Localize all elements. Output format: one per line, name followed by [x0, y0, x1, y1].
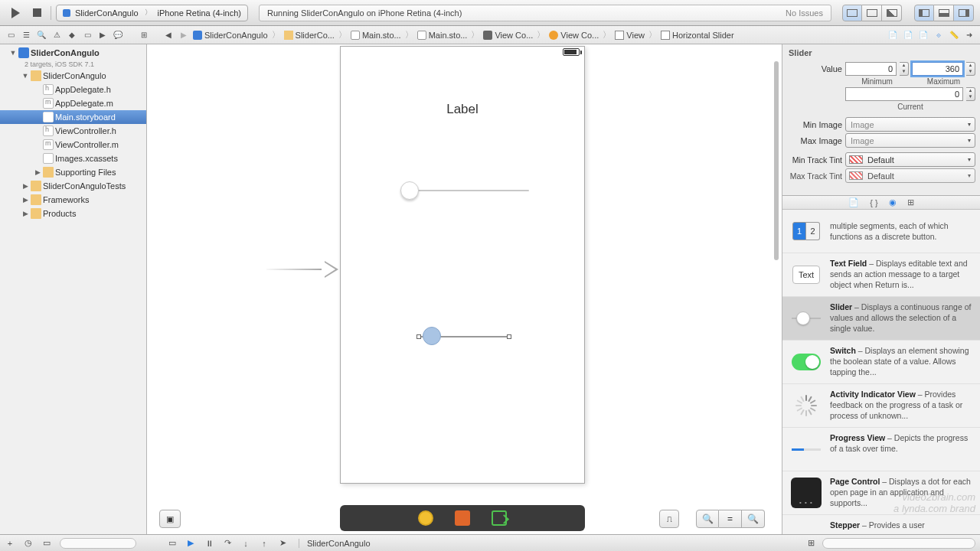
selection-handle[interactable] — [416, 334, 421, 339]
toggle-navigator-button[interactable] — [914, 5, 934, 21]
toggle-debug-button[interactable] — [934, 5, 954, 21]
library-item-progress[interactable]: Progress View – Depicts the progress of … — [782, 428, 980, 471]
document-outline-button[interactable]: ▣ — [159, 510, 181, 528]
file-row[interactable]: ViewController.m — [0, 138, 146, 152]
uislider-top[interactable] — [400, 181, 529, 200]
disclosure-triangle-icon[interactable]: ▶ — [21, 196, 29, 204]
disclosure-triangle-icon[interactable]: ▼ — [9, 49, 17, 57]
step-out-button[interactable]: ↑ — [259, 538, 270, 549]
attributes-inspector-tab[interactable]: ⟐ — [931, 29, 946, 41]
library-item-stepper[interactable]: Stepper – Provides a user — [782, 515, 980, 534]
process-name[interactable]: SliderConAngulo — [299, 539, 371, 548]
uislider-selected[interactable] — [420, 327, 508, 347]
step-over-button[interactable]: ↷ — [222, 538, 233, 549]
toggle-views-button[interactable]: ▭ — [167, 538, 178, 549]
library-item-slider[interactable]: Slider – Displays a continuous range of … — [782, 297, 980, 341]
disclosure-triangle-icon[interactable]: ▶ — [34, 168, 41, 176]
project-root[interactable]: ▼ SliderConAngulo — [0, 46, 146, 60]
first-responder-icon[interactable] — [455, 510, 470, 526]
breadcrumb[interactable]: SliderConAngulo〉 SliderCo...〉 Main.sto..… — [191, 29, 736, 41]
file-row[interactable]: AppDelegate.h — [0, 83, 146, 96]
connections-inspector-tab[interactable]: ➜ — [962, 29, 977, 41]
file-row[interactable]: Images.xcassets — [0, 152, 146, 165]
filter-button[interactable]: ▭ — [41, 538, 52, 549]
location-button[interactable]: ➤ — [277, 538, 288, 549]
library-item-pagecontrol[interactable]: Page Control – Displays a dot for each o… — [782, 471, 980, 515]
file-row[interactable]: ViewController.h — [0, 124, 146, 138]
file-inspector-tab[interactable]: 📄 — [885, 29, 900, 41]
outline-toggle-button[interactable]: ☰ — [18, 29, 34, 41]
uilabel[interactable]: Label — [341, 102, 584, 117]
library-item-activity[interactable]: Activity Indicator View – Provides feedb… — [782, 384, 980, 428]
test-button[interactable]: ◆ — [64, 29, 80, 41]
min-image-combo[interactable]: Image — [845, 117, 975, 132]
disclosure-triangle-icon[interactable]: ▶ — [21, 182, 29, 190]
pause-button[interactable]: ⏸ — [204, 538, 214, 549]
find-button[interactable]: 🔍 — [34, 29, 49, 41]
group-row[interactable]: ▶Products — [0, 207, 146, 220]
assistant-editor-button[interactable] — [862, 5, 882, 21]
disclosure-triangle-icon[interactable]: ▼ — [21, 72, 29, 80]
back-button[interactable]: ◀ — [161, 29, 176, 41]
media-tab[interactable]: ⊞ — [907, 197, 914, 207]
maximum-stepper[interactable]: ▲▼ — [966, 62, 975, 76]
version-editor-button[interactable] — [882, 5, 902, 21]
zoom-fit-button[interactable]: = — [719, 510, 742, 528]
filter-field[interactable] — [60, 538, 136, 549]
view-grid-button[interactable]: ⊞ — [136, 29, 152, 41]
disclosure-triangle-icon[interactable]: ▶ — [21, 210, 29, 217]
group-row[interactable]: ▶Frameworks — [0, 193, 146, 207]
library-item-textfield[interactable]: Text Text Field – Displays editable text… — [782, 253, 980, 297]
current-stepper[interactable]: ▲▼ — [966, 87, 975, 101]
constraints-button[interactable]: ⎍ — [659, 510, 679, 528]
standard-editor-button[interactable] — [842, 5, 862, 21]
current-field-value[interactable]: 0 — [845, 87, 963, 101]
storyboard-canvas[interactable]: Label ▣ ⎍ 🔍 = 🔍 — [147, 44, 782, 534]
group-row[interactable]: ▶Supporting Files — [0, 165, 146, 179]
group-row[interactable]: ▼ SliderConAngulo — [0, 69, 146, 83]
quick-help-tab[interactable]: 📄 — [900, 29, 916, 41]
vc-icon[interactable] — [418, 510, 433, 526]
add-button[interactable]: + — [5, 538, 15, 549]
warnings-button[interactable]: ⚠ — [49, 29, 64, 41]
selection-handle[interactable] — [507, 334, 511, 339]
minimum-field-value[interactable]: 0 — [845, 62, 897, 76]
breakpoint-button[interactable]: ▶ — [95, 29, 110, 41]
filter-library[interactable] — [822, 538, 975, 549]
view-controller-frame[interactable]: Label — [340, 46, 585, 484]
vertical-scrollbar[interactable] — [774, 52, 780, 527]
slider-thumb[interactable] — [423, 327, 441, 345]
grid-view-button[interactable]: ⊞ — [805, 538, 816, 549]
continue-button[interactable]: ▶ — [185, 538, 196, 549]
run-button[interactable] — [6, 5, 24, 21]
file-row[interactable]: AppDelegate.m — [0, 96, 146, 110]
zoom-out-button[interactable]: 🔍 — [696, 510, 719, 528]
max-image-combo[interactable]: Image — [845, 133, 975, 148]
zoom-in-button[interactable]: 🔍 — [742, 510, 765, 528]
code-snippet-tab[interactable]: { } — [870, 198, 877, 207]
group-row[interactable]: ▶SliderConAnguloTests — [0, 179, 146, 193]
forward-button[interactable]: ▶ — [176, 29, 191, 41]
stop-button[interactable] — [28, 5, 46, 21]
object-tab[interactable]: ◉ — [889, 197, 897, 207]
size-inspector-tab[interactable]: 📏 — [946, 29, 962, 41]
step-into-button[interactable]: ↓ — [240, 538, 251, 549]
min-track-tint-combo[interactable]: Default — [845, 152, 975, 167]
debug-button[interactable]: ▭ — [80, 29, 95, 41]
scheme-selector[interactable]: SliderConAngulo 〉 iPhone Retina (4-inch) — [56, 5, 248, 21]
slider-thumb[interactable] — [400, 181, 419, 200]
exit-icon[interactable] — [492, 510, 507, 526]
scope-button[interactable]: ◷ — [23, 538, 34, 549]
minimum-stepper[interactable]: ▲▼ — [900, 62, 909, 76]
library-item-segmented[interactable]: 12 multiple segments, each of which func… — [782, 210, 980, 253]
toggle-utilities-button[interactable] — [954, 5, 974, 21]
library-list[interactable]: 12 multiple segments, each of which func… — [782, 210, 980, 534]
file-template-tab[interactable]: 📄 — [848, 197, 859, 207]
related-items-button[interactable]: ▭ — [3, 29, 18, 41]
maximum-field-value[interactable]: 360 — [912, 62, 963, 76]
file-row-selected[interactable]: Main.storyboard — [0, 110, 146, 124]
identity-inspector-tab[interactable]: 📄 — [916, 29, 931, 41]
log-button[interactable]: 💬 — [110, 29, 126, 41]
max-track-tint-combo[interactable]: Default — [845, 168, 975, 183]
library-item-switch[interactable]: Switch – Displays an element showing the… — [782, 341, 980, 384]
